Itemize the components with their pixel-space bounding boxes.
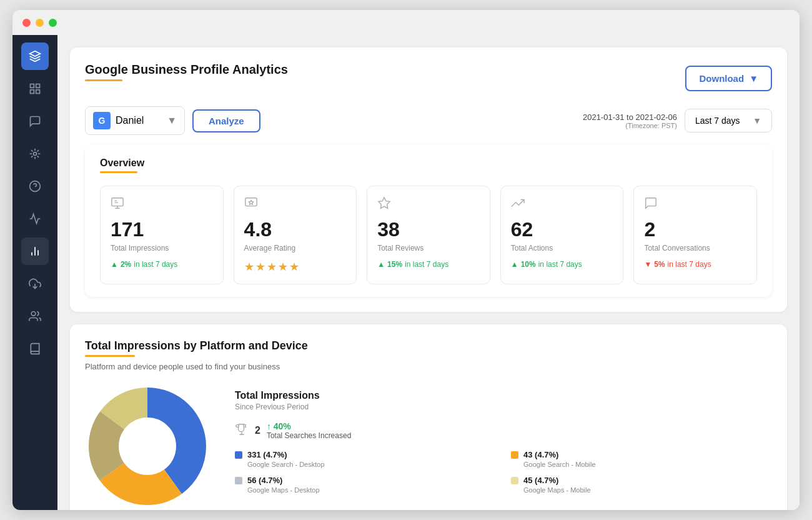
rating-value: 4.8 bbox=[244, 218, 347, 241]
svg-rect-0 bbox=[31, 84, 34, 88]
actions-label: Total Actions bbox=[511, 244, 613, 252]
legend-item-3: 45 (4.7%) Google Maps - Mobile bbox=[511, 476, 772, 494]
actions-up-icon: ▲ bbox=[511, 260, 518, 269]
account-name: Daniel bbox=[116, 115, 144, 126]
conversations-icon bbox=[644, 196, 746, 213]
chat-icon[interactable] bbox=[21, 108, 49, 135]
download-chevron-icon: ▼ bbox=[749, 73, 758, 84]
broadcast-icon[interactable] bbox=[21, 205, 49, 232]
reviews-icon bbox=[377, 196, 480, 213]
actions-change: ▲ 10% in last 7 days bbox=[511, 260, 613, 269]
nav-icon[interactable] bbox=[21, 42, 49, 70]
date-range-text: 2021-01-31 to 2021-02-06 (Timezone: PST) bbox=[583, 112, 677, 129]
platform-title: Total Impressions by Platform and Device bbox=[85, 339, 772, 352]
platform-card: Total Impressions by Platform and Device… bbox=[70, 324, 787, 510]
page-title: Google Business Profile Analytics bbox=[85, 62, 685, 77]
legend-dot-0 bbox=[235, 451, 242, 459]
svg-rect-2 bbox=[31, 90, 34, 94]
legend-grid: 331 (4.7%) Google Search - Desktop 43 (4… bbox=[235, 450, 772, 494]
metric-rating: 4.8 Average Rating ★★★★★ bbox=[234, 186, 357, 284]
period-select[interactable]: Last 7 days ▼ bbox=[685, 109, 772, 132]
donut-chart bbox=[85, 384, 210, 509]
legend-header: Total Impressions bbox=[235, 390, 772, 401]
actions-icon bbox=[511, 196, 613, 213]
metric-conversations: 2 Total Conversations ▼ 5% in last 7 day… bbox=[633, 186, 757, 284]
legend-dot-3 bbox=[511, 477, 518, 484]
svg-rect-13 bbox=[245, 198, 256, 206]
conversations-down-icon: ▼ bbox=[644, 260, 651, 269]
metric-reviews: 38 Total Reviews ▲ 15% in last 7 days bbox=[367, 186, 490, 284]
maximize-button[interactable] bbox=[49, 19, 57, 27]
close-button[interactable] bbox=[22, 19, 31, 27]
svg-point-11 bbox=[31, 312, 36, 316]
legend-value-2: 56 (4.7%) bbox=[247, 476, 282, 485]
rating-stars: ★★★★★ bbox=[244, 260, 347, 274]
users-icon[interactable] bbox=[21, 302, 49, 330]
legend-value-3: 45 (4.7%) bbox=[523, 476, 558, 485]
sidebar bbox=[12, 35, 57, 510]
legend-since: Since Previous Period bbox=[235, 402, 772, 411]
impressions-value: 171 bbox=[111, 218, 213, 241]
period-label: Last 7 days bbox=[695, 116, 740, 126]
legend-value-1: 43 (4.7%) bbox=[523, 450, 558, 459]
minimize-button[interactable] bbox=[36, 19, 44, 27]
legend-item-2: 56 (4.7%) Google Maps - Desktop bbox=[235, 476, 496, 494]
period-dropdown-icon: ▼ bbox=[753, 116, 761, 126]
dashboard-icon[interactable] bbox=[21, 75, 49, 102]
account-select[interactable]: G Daniel ▼ bbox=[85, 106, 185, 135]
metric-impressions: 171 Total Impressions ▲ 2% in last 7 day… bbox=[100, 186, 224, 284]
account-dropdown-icon: ▼ bbox=[167, 115, 177, 126]
network-icon[interactable] bbox=[21, 140, 49, 168]
svg-point-19 bbox=[119, 418, 176, 474]
overview-title: Overview bbox=[100, 158, 757, 169]
chart-legend: Total Impressions Since Previous Period … bbox=[235, 384, 772, 494]
svg-rect-3 bbox=[36, 90, 40, 94]
analyze-row: G Daniel ▼ Analyze 2021-01-31 to 2021-02… bbox=[85, 106, 772, 135]
legend-desc-1: Google Search - Mobile bbox=[523, 461, 772, 468]
legend-dot-2 bbox=[235, 477, 242, 484]
analytics-card: Google Business Profile Analytics Downlo… bbox=[70, 48, 787, 312]
increase-pct: ↑ 40% bbox=[267, 421, 351, 431]
legend-desc-0: Google Search - Desktop bbox=[247, 461, 496, 468]
title-underline bbox=[85, 79, 122, 81]
reviews-up-icon: ▲ bbox=[377, 260, 385, 269]
conversations-label: Total Conversations bbox=[644, 244, 746, 252]
inbox-icon[interactable] bbox=[21, 270, 49, 298]
rating-icon bbox=[244, 196, 347, 213]
impressions-change: ▲ 2% in last 7 days bbox=[111, 260, 213, 269]
google-icon: G bbox=[93, 112, 111, 129]
increase-label: Total Searches Increased bbox=[267, 431, 351, 440]
analyze-button[interactable]: Analyze bbox=[192, 109, 260, 132]
analytics-icon[interactable] bbox=[21, 238, 49, 265]
title-bar bbox=[12, 10, 800, 35]
conversations-change: ▼ 5% in last 7 days bbox=[644, 260, 746, 269]
conversations-value: 2 bbox=[644, 218, 746, 241]
actions-value: 62 bbox=[511, 218, 613, 241]
platform-underline bbox=[85, 355, 135, 357]
overview-underline bbox=[100, 171, 137, 173]
chart-area: Total Impressions Since Previous Period … bbox=[85, 384, 772, 509]
reviews-change: ▲ 15% in last 7 days bbox=[377, 260, 480, 269]
svg-rect-12 bbox=[112, 198, 123, 206]
main-content: Google Business Profile Analytics Downlo… bbox=[57, 35, 800, 510]
metric-actions: 62 Total Actions ▲ 10% in last 7 days bbox=[500, 186, 624, 284]
platform-subtitle: Platform and device people used to find … bbox=[85, 362, 772, 371]
impressions-icon bbox=[111, 196, 213, 213]
svg-rect-1 bbox=[36, 84, 40, 88]
support-icon[interactable] bbox=[21, 172, 49, 200]
reviews-value: 38 bbox=[377, 218, 480, 241]
legend-item-1: 43 (4.7%) Google Search - Mobile bbox=[511, 450, 772, 468]
legend-dot-1 bbox=[511, 451, 518, 459]
svg-point-4 bbox=[34, 152, 37, 156]
metrics-row: 171 Total Impressions ▲ 2% in last 7 day… bbox=[100, 186, 757, 284]
search-increase-row: 2 ↑ 40% Total Searches Increased bbox=[235, 421, 772, 440]
svg-marker-14 bbox=[379, 198, 390, 208]
download-button[interactable]: Download ▼ bbox=[685, 66, 772, 91]
overview-section: Overview 171 bbox=[85, 145, 772, 297]
library-icon[interactable] bbox=[21, 335, 49, 362]
search-trophy-icon bbox=[235, 422, 249, 439]
download-label: Download bbox=[699, 73, 744, 84]
reviews-label: Total Reviews bbox=[377, 244, 480, 252]
up-arrow-icon: ▲ bbox=[111, 260, 118, 269]
legend-value-0: 331 (4.7%) bbox=[247, 450, 287, 459]
